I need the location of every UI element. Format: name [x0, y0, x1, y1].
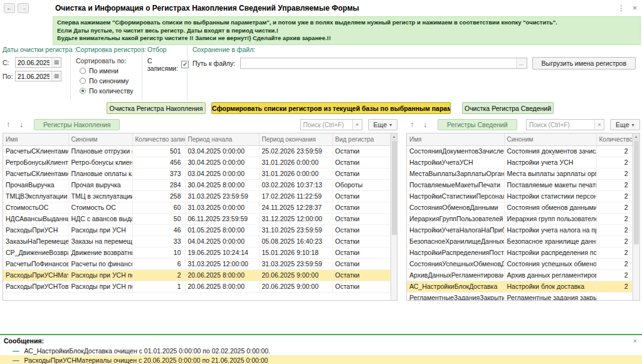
table-cell[interactable]: Остатки: [332, 224, 390, 236]
table-cell[interactable]: 10: [132, 247, 185, 258]
calendar-icon[interactable]: ▦: [51, 58, 61, 67]
table-cell[interactable]: Иерархия групп пользователей: [504, 213, 596, 224]
table-cell[interactable]: МестаВыплатыЗарплатыОрганиза...: [407, 168, 504, 179]
table-cell[interactable]: РегламентныеЗаданияЗакрытияМ...: [407, 292, 504, 301]
choose-path-icon[interactable]: ...: [516, 58, 527, 68]
search-clear-icon[interactable]: ×: [594, 120, 604, 130]
column-header[interactable]: Период окончания: [259, 133, 332, 145]
table-cell[interactable]: НастройкиРаспределенияПостат...: [407, 247, 504, 258]
table-cell[interactable]: Места выплаты зарплаты организ...: [504, 168, 596, 179]
table-row[interactable]: АрхивДанныхРегламентированн...Архив данн…: [407, 269, 632, 281]
table-cell[interactable]: 2: [596, 236, 632, 247]
table-cell[interactable]: ИерархияГруппПользователей: [407, 213, 504, 224]
table-cell[interactable]: Плановые оплаты кли...: [68, 168, 132, 179]
move-down-button[interactable]: ↓: [16, 119, 27, 130]
table-row[interactable]: АС_НастройкиБлокДоставкаНастройки блок д…: [407, 281, 632, 292]
table-row[interactable]: СостоянияОбменовДаннымиСостояния обменов…: [407, 202, 632, 213]
table-cell[interactable]: Расходы при УСН по ...: [68, 281, 132, 292]
table-cell[interactable]: СостоянияОбменовДанными: [407, 202, 504, 213]
scrollbar-thumb[interactable]: [634, 141, 639, 244]
table-cell[interactable]: 20.06.2025 8:00:00: [185, 281, 259, 292]
move-up-button[interactable]: ↑: [406, 119, 418, 130]
table-row[interactable]: ПоставляемыеМакетыПечатиПоставляемые мак…: [407, 179, 632, 190]
table-cell[interactable]: Остатки: [332, 168, 390, 179]
table-cell[interactable]: 2: [596, 179, 632, 190]
calendar-icon[interactable]: ▦: [51, 71, 61, 81]
move-down-button[interactable]: ↓: [419, 119, 431, 130]
table-cell[interactable]: Настройки блок доставка: [504, 281, 596, 292]
date-to-input[interactable]: [16, 71, 51, 81]
table-cell[interactable]: РасчетыСКлиентами...: [3, 145, 68, 157]
table-row[interactable]: РасходыПриУСНМате...Расходы при УСН по .…: [3, 269, 390, 281]
table-row[interactable]: ИерархияГруппПользователейИерархия групп…: [407, 213, 632, 224]
table-cell[interactable]: 24.11.2025 12:28:37: [259, 202, 332, 213]
messages-close-icon[interactable]: ×: [633, 337, 637, 345]
table-cell[interactable]: РасходыПриУСНМате...: [3, 269, 68, 281]
file-path-input[interactable]: [241, 58, 515, 68]
table-cell[interactable]: Остатки: [332, 281, 390, 292]
clear-accumulation-register-button[interactable]: Очистка Регистра Накопления: [107, 102, 206, 114]
table-cell[interactable]: 284: [132, 179, 185, 190]
table-row[interactable]: РасходыПриУСНРасходы при УСН4601.05.2025…: [3, 224, 390, 236]
table-cell[interactable]: 6: [132, 258, 185, 269]
with-records-checkbox[interactable]: С записями: ✓: [147, 57, 183, 72]
table-cell[interactable]: Расчеты по финансов...: [68, 258, 132, 269]
table-cell[interactable]: 2: [596, 258, 632, 269]
menu-icon[interactable]: ⋮: [618, 4, 625, 13]
table-cell[interactable]: РасходыПриУСНТова...: [3, 281, 68, 292]
sort-option-by-name[interactable]: По имени: [80, 67, 138, 75]
table-cell[interactable]: Остатки: [332, 269, 390, 281]
table-cell[interactable]: 20.06.2025 9:00:00: [259, 269, 332, 281]
table-cell[interactable]: Расходы при УСН: [68, 224, 132, 236]
table-cell[interactable]: Остатки: [332, 190, 390, 202]
table-row[interactable]: НастройкиУчетаНалогаНаПрибыльНастройки у…: [407, 224, 632, 236]
table-cell[interactable]: 2: [596, 157, 632, 168]
table-cell[interactable]: Безопасное хранилище данных: [504, 236, 596, 247]
table-cell[interactable]: 05.08.2025 16:40:23: [259, 236, 332, 247]
table-cell[interactable]: 46: [132, 224, 185, 236]
table-cell[interactable]: 25.02.2026 23:59:59: [259, 145, 332, 157]
column-header[interactable]: Имя: [407, 133, 504, 145]
table-cell[interactable]: Ретро-бонусы клиенто...: [68, 157, 132, 168]
table-row[interactable]: МестаВыплатыЗарплатыОрганиза...Места вып…: [407, 168, 632, 179]
table-cell[interactable]: Заказы на перемеще...: [68, 236, 132, 247]
table-cell[interactable]: Настройки статистики персонала: [504, 190, 596, 202]
back-button[interactable]: ←: [4, 3, 15, 13]
table-cell[interactable]: 50: [132, 213, 185, 224]
table-cell[interactable]: 31.12.2025 12:00:00: [259, 213, 332, 224]
scrollbar[interactable]: ▲: [633, 133, 639, 300]
table-row[interactable]: БезопасноеХранилищеДанныхБезопасное хран…: [407, 236, 632, 247]
table-cell[interactable]: [596, 292, 632, 301]
table-cell[interactable]: Стоимость ОС: [68, 202, 132, 213]
table-cell[interactable]: 31.10.2025 23:59:59: [259, 224, 332, 236]
table-cell[interactable]: Остатки: [332, 157, 390, 168]
table-row[interactable]: ПрочаяВыручкаПрочая выручка28430.04.2025…: [3, 179, 390, 190]
table-row[interactable]: СостоянияУспешныхОбменовДан...Состояния …: [407, 258, 632, 269]
table-cell[interactable]: РасчетыПоФинансов...: [3, 258, 68, 269]
table-row[interactable]: СостоянияДокументовЗачислени...Состояния…: [407, 145, 632, 157]
search-input[interactable]: [527, 120, 594, 130]
table-cell[interactable]: 20.06.2025 8:00:00: [185, 269, 259, 281]
table-cell[interactable]: 31.03.2025 12:00:00: [185, 258, 259, 269]
table-cell[interactable]: СР_ДвижениеВозвра...: [3, 247, 68, 258]
table-row[interactable]: РасчетыПоФинансов...Расчеты по финансов.…: [3, 258, 390, 269]
move-up-button[interactable]: ↑: [3, 119, 14, 130]
table-cell[interactable]: РасчетыСКлиентами...: [3, 168, 68, 179]
table-cell[interactable]: 2: [596, 269, 632, 281]
table-cell[interactable]: 456: [132, 157, 185, 168]
table-cell[interactable]: 2: [596, 168, 632, 179]
column-header[interactable]: Вид регистра: [332, 133, 390, 145]
table-cell[interactable]: 17.02.2026 11:22:59: [259, 190, 332, 202]
table-cell[interactable]: АрхивДанныхРегламентированн...: [407, 269, 504, 281]
message-item[interactable]: —РасходыПриУСНМатериалы очищен с 20.06.2…: [0, 355, 642, 364]
table-cell[interactable]: 2: [596, 145, 632, 157]
scrollbar-thumb[interactable]: [392, 141, 397, 235]
table-cell[interactable]: Архив данных регламентирован...: [504, 269, 596, 281]
table-cell[interactable]: 30.04.2025 0:00:00: [185, 157, 259, 168]
accumulation-registers-label[interactable]: Регистры Накопления: [34, 119, 120, 130]
message-item[interactable]: —АС_НастройкиБлокДоставка очищен с 01.01…: [0, 346, 642, 355]
table-cell[interactable]: 31.03.2025 0:00:00: [185, 202, 259, 213]
table-cell[interactable]: 19.06.2025 10:24:14: [185, 247, 259, 258]
table-cell[interactable]: Остатки: [332, 145, 390, 157]
table-cell[interactable]: Регламентные задания закрытия...: [504, 292, 596, 301]
